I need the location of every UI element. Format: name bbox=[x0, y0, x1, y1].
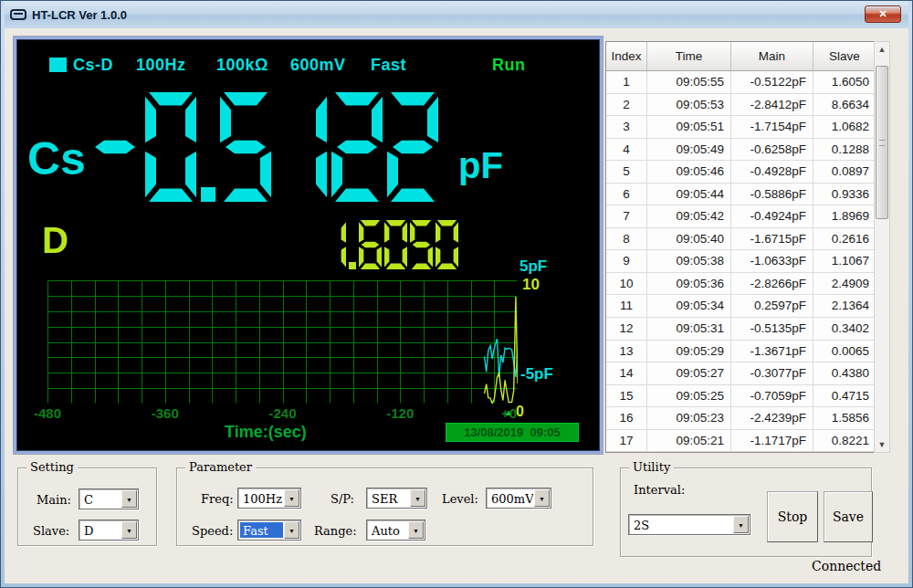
table-cell: 2.1364 bbox=[813, 295, 876, 317]
stop-button[interactable]: Stop bbox=[767, 491, 818, 542]
table-cell: -0.5122pF bbox=[731, 71, 813, 93]
table-cell: 5 bbox=[606, 161, 647, 183]
table-cell: 14 bbox=[606, 362, 647, 384]
table-cell: 09:05:38 bbox=[647, 250, 731, 272]
x-tick-label: -240 bbox=[268, 405, 296, 421]
dropdown-arrow-icon[interactable]: ▼ bbox=[410, 489, 425, 507]
table-cell: 2.4909 bbox=[813, 273, 876, 295]
table-cell: -1.1717pF bbox=[731, 430, 813, 452]
table-cell: 8.6634 bbox=[813, 94, 876, 116]
interval-select-label: Interval: bbox=[634, 483, 685, 497]
table-row[interactable]: 1409:05:27-0.3077pF0.4380 bbox=[606, 362, 876, 385]
table-cell: 09:05:25 bbox=[647, 385, 731, 407]
sp-select[interactable]: SER ▼ bbox=[366, 488, 427, 509]
title-bar[interactable]: HT-LCR Ver 1.0.0 ✕ bbox=[5, 1, 908, 28]
lcd-display: Cs-D 100Hz 100kΩ 600mV Fast Run Cs pF D … bbox=[14, 37, 603, 454]
table-cell: -2.8412pF bbox=[731, 94, 813, 116]
table-cell: 17 bbox=[606, 430, 647, 452]
table-cell: 09:05:42 bbox=[647, 205, 731, 227]
close-button[interactable]: ✕ bbox=[865, 5, 901, 23]
main-axis-min-label: -5pF bbox=[520, 365, 553, 383]
freq-select-label: Freq: bbox=[201, 492, 234, 506]
main-select-label: Main: bbox=[37, 493, 71, 507]
table-cell: -0.4928pF bbox=[731, 161, 813, 183]
range-select[interactable]: Auto ▼ bbox=[366, 520, 425, 541]
window-title: HT-LCR Ver 1.0.0 bbox=[32, 8, 127, 22]
main-parameter-label: Cs bbox=[27, 132, 86, 185]
table-cell: 10 bbox=[606, 273, 647, 295]
table-cell: 1.8969 bbox=[813, 205, 876, 227]
table-row[interactable]: 109:05:55-0.5122pF1.6050 bbox=[606, 71, 876, 94]
main-axis-max-label: 5pF bbox=[519, 257, 547, 276]
x-tick-label: -120 bbox=[386, 405, 414, 421]
table-row[interactable]: 709:05:42-0.4924pF1.8969 bbox=[606, 205, 876, 228]
log-table: Index Time Main Slave 109:05:55-0.5122pF… bbox=[605, 41, 877, 453]
status-frequency: 100Hz bbox=[136, 56, 186, 75]
speed-select[interactable]: Fast ▼ bbox=[237, 520, 301, 541]
freq-select[interactable]: 100Hz ▼ bbox=[237, 488, 301, 509]
table-row[interactable]: 809:05:40-1.6715pF0.2616 bbox=[606, 228, 876, 251]
table-cell: 09:05:27 bbox=[647, 362, 731, 384]
scroll-up-icon[interactable]: ▲ bbox=[875, 42, 889, 57]
dropdown-arrow-icon[interactable]: ▼ bbox=[284, 489, 299, 507]
speed-select-label: Speed: bbox=[192, 524, 233, 538]
table-cell: 09:05:21 bbox=[647, 430, 731, 452]
dropdown-arrow-icon[interactable]: ▼ bbox=[121, 490, 137, 508]
table-cell: 09:05:53 bbox=[647, 94, 731, 116]
dropdown-arrow-icon[interactable]: ▼ bbox=[733, 516, 749, 533]
table-cell: 0.0065 bbox=[813, 341, 876, 362]
table-row[interactable]: 1209:05:31-0.5135pF0.3402 bbox=[606, 318, 876, 341]
setting-group: Setting Main: C ▼ Slave: D ▼ bbox=[17, 467, 157, 546]
datetime-badge: 13/08/2019 09:05 bbox=[446, 423, 579, 442]
table-cell: 0.2597pF bbox=[731, 295, 813, 317]
slave-select[interactable]: D ▼ bbox=[79, 520, 139, 541]
table-cell: 3 bbox=[606, 116, 647, 138]
table-row[interactable]: 1509:05:25-0.7059pF0.4715 bbox=[606, 385, 876, 408]
parameter-group-title: Parameter bbox=[185, 460, 256, 474]
table-row[interactable]: 309:05:51-1.7154pF1.0682 bbox=[606, 116, 876, 139]
setting-group-title: Setting bbox=[26, 460, 78, 474]
status-run-state: Run bbox=[492, 56, 526, 75]
interval-select[interactable]: 2S ▼ bbox=[628, 514, 750, 535]
scrollbar-thumb[interactable] bbox=[876, 66, 888, 219]
x-tick-label: -360 bbox=[152, 405, 179, 421]
status-level: 600mV bbox=[290, 56, 346, 75]
dropdown-arrow-icon[interactable]: ▼ bbox=[121, 521, 137, 539]
col-header-time: Time bbox=[647, 42, 731, 70]
col-header-slave: Slave bbox=[813, 42, 876, 70]
scroll-down-icon[interactable]: ▼ bbox=[875, 437, 889, 452]
dropdown-arrow-icon[interactable]: ▼ bbox=[534, 489, 550, 507]
table-cell: 0.3402 bbox=[813, 318, 876, 340]
table-row[interactable]: 509:05:46-0.4928pF0.0897 bbox=[606, 161, 876, 184]
table-cell: 0.0897 bbox=[813, 161, 876, 183]
slave-value-sevenseg bbox=[323, 220, 458, 269]
table-cell: 09:05:49 bbox=[647, 139, 731, 161]
table-row[interactable]: 1009:05:36-2.8266pF2.4909 bbox=[606, 273, 876, 296]
level-select[interactable]: 600mV ▼ bbox=[486, 488, 551, 509]
table-cell: 1.0682 bbox=[813, 116, 876, 138]
table-row[interactable]: 1309:05:29-1.3671pF0.0065 bbox=[606, 341, 876, 363]
table-row[interactable]: 1609:05:23-2.4239pF1.5856 bbox=[606, 407, 876, 430]
table-row[interactable]: 409:05:49-0.6258pF0.1288 bbox=[606, 139, 876, 162]
table-row[interactable]: 1109:05:340.2597pF2.1364 bbox=[606, 295, 876, 318]
save-button[interactable]: Save bbox=[824, 491, 873, 542]
table-cell: 0.8221 bbox=[813, 430, 876, 452]
range-select-label: Range: bbox=[314, 524, 357, 538]
dropdown-arrow-icon[interactable]: ▼ bbox=[284, 521, 299, 539]
table-row[interactable]: 209:05:53-2.8412pF8.6634 bbox=[606, 94, 876, 117]
table-row[interactable]: 1709:05:21-1.1717pF0.8221 bbox=[606, 430, 876, 453]
table-scrollbar[interactable]: ▲ ▼ bbox=[874, 41, 890, 453]
dropdown-arrow-icon[interactable]: ▼ bbox=[408, 521, 424, 539]
table-cell: 09:05:29 bbox=[647, 341, 731, 362]
table-cell: 9 bbox=[606, 250, 647, 272]
table-cell: 09:05:55 bbox=[647, 71, 731, 93]
table-cell: -0.3077pF bbox=[731, 362, 813, 384]
table-cell: -0.7059pF bbox=[731, 385, 813, 407]
table-row[interactable]: 909:05:38-1.0633pF1.1067 bbox=[606, 250, 876, 273]
table-cell: 1 bbox=[606, 71, 647, 93]
main-select[interactable]: C ▼ bbox=[79, 488, 139, 509]
table-row[interactable]: 609:05:44-0.5886pF0.9336 bbox=[606, 184, 876, 206]
table-cell: -0.5135pF bbox=[731, 318, 813, 340]
status-speed: Fast bbox=[371, 56, 406, 75]
table-cell: 09:05:40 bbox=[647, 228, 731, 250]
